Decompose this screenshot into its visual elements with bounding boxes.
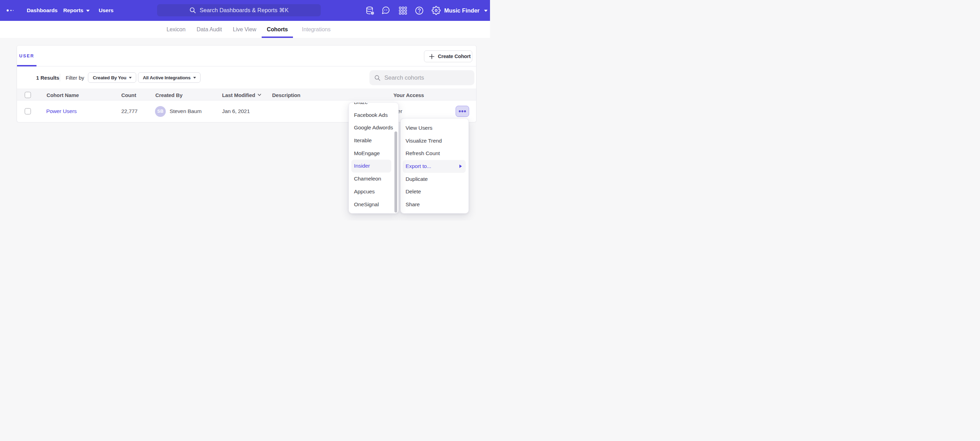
create-cohort-label: Create Cohort xyxy=(438,54,471,59)
cohort-name-link[interactable]: Power Users xyxy=(46,108,77,114)
ellipsis-icon xyxy=(458,110,466,113)
project-name: Music Finder xyxy=(444,7,480,14)
last-modified-value: Jan 6, 2021 xyxy=(222,108,250,114)
submenu-arrow-icon xyxy=(460,165,462,168)
column-header-description[interactable]: Description xyxy=(272,89,300,101)
select-all-checkbox[interactable] xyxy=(25,92,31,98)
mixpanel-logo-icon[interactable] xyxy=(5,8,15,13)
avatar: SB xyxy=(155,106,166,117)
tab-live-view-label: Live View xyxy=(233,26,256,33)
menu-item-onesignal[interactable]: OneSignal xyxy=(349,198,398,211)
created-by-cell: SB Steven Baum xyxy=(155,101,202,122)
last-modified-cell: Jan 6, 2021 xyxy=(222,101,250,122)
cohort-type-tabs: USER Create Cohort xyxy=(17,46,476,66)
tab-data-audit[interactable]: Data Audit xyxy=(191,21,228,38)
menu-item-delete[interactable]: Delete xyxy=(401,185,468,198)
select-all-checkbox-cell xyxy=(25,89,31,101)
data-management-subnav: Lexicon Data Audit Live View Cohorts Int… xyxy=(0,21,490,38)
nav-dashboards[interactable]: Dashboards xyxy=(27,0,58,21)
tab-data-audit-label: Data Audit xyxy=(197,26,222,33)
filter-by-label: Filter by xyxy=(66,66,84,89)
divider xyxy=(60,74,60,81)
sort-chevron-icon xyxy=(258,94,261,96)
tab-cohorts[interactable]: Cohorts xyxy=(262,21,293,38)
menu-item-export-to[interactable]: Export to... xyxy=(403,160,466,173)
tab-integrations[interactable]: Integrations xyxy=(293,21,339,38)
menu-item-braze[interactable]: Braze xyxy=(349,102,398,109)
export-targets-menu: Braze Facebook Ads Google Adwords Iterab… xyxy=(348,102,399,214)
integrations-filter-label: All Active Integrations xyxy=(143,75,191,80)
search-cohorts-input[interactable]: Search cohorts xyxy=(369,70,474,85)
tab-lexicon[interactable]: Lexicon xyxy=(161,21,191,38)
column-header-your-access[interactable]: Your Access xyxy=(393,89,424,101)
column-header-cohort-name[interactable]: Cohort Name xyxy=(46,89,79,101)
tab-lexicon-label: Lexicon xyxy=(167,26,185,33)
created-by-filter-dropdown[interactable]: Created By You xyxy=(88,72,136,83)
cohort-count-value: 22,777 xyxy=(121,108,138,114)
results-count: 1 Results xyxy=(36,66,59,89)
menu-item-insider[interactable]: Insider xyxy=(352,160,391,173)
feedback-icon[interactable] xyxy=(381,0,391,21)
subnav-tabs: Lexicon Data Audit Live View Cohorts Int… xyxy=(161,21,339,38)
chevron-down-icon xyxy=(129,77,132,78)
column-header-last-modified[interactable]: Last Modified xyxy=(222,89,261,101)
nav-dashboards-label: Dashboards xyxy=(27,7,58,14)
top-navigation-bar: Dashboards Reports Users Search Dashboar… xyxy=(0,0,490,21)
menu-item-share[interactable]: Share xyxy=(401,198,468,211)
search-icon xyxy=(374,75,380,81)
plus-icon xyxy=(429,54,434,59)
row-checkbox-cell xyxy=(25,101,31,122)
cohorts-card: USER Create Cohort 1 Results Filter by C… xyxy=(17,45,476,122)
search-icon xyxy=(189,7,196,14)
row-actions-button[interactable] xyxy=(456,106,469,117)
row-actions-menu: View Users Visualize Trend Refresh Count… xyxy=(400,118,469,214)
chevron-down-icon xyxy=(86,10,90,12)
create-cohort-button[interactable]: Create Cohort xyxy=(424,50,472,62)
table-header: Cohort Name Count Created By Last Modifi… xyxy=(17,89,476,101)
search-cohorts-placeholder: Search cohorts xyxy=(384,74,424,81)
tab-user-cohorts[interactable]: USER xyxy=(17,46,37,66)
menu-item-google-adwords[interactable]: Google Adwords xyxy=(349,121,398,134)
row-checkbox[interactable] xyxy=(25,108,31,114)
cohort-count-cell: 22,777 xyxy=(121,101,138,122)
created-by-filter-label: Created By You xyxy=(93,75,126,80)
nav-reports-label: Reports xyxy=(63,7,83,14)
menu-item-refresh-count[interactable]: Refresh Count xyxy=(401,147,468,160)
filter-toolbar: 1 Results Filter by Created By You All A… xyxy=(17,66,476,89)
menu-item-appcues[interactable]: Appcues xyxy=(349,185,398,198)
created-by-name: Steven Baum xyxy=(170,108,202,114)
global-search-input[interactable]: Search Dashboards & Reports ⌘K xyxy=(157,4,321,16)
nav-reports[interactable]: Reports xyxy=(63,0,90,21)
menu-item-moengage[interactable]: MoEngage xyxy=(349,147,398,160)
tab-user-label: USER xyxy=(19,54,34,58)
cohorts-page: Dashboards Reports Users Search Dashboar… xyxy=(0,0,490,220)
help-icon[interactable] xyxy=(415,0,424,21)
menu-item-chameleon[interactable]: Chameleon xyxy=(349,173,398,185)
menu-item-iterable[interactable]: Iterable xyxy=(349,134,398,147)
menu-item-view-users[interactable]: View Users xyxy=(401,122,468,134)
export-targets-list: Braze Facebook Ads Google Adwords Iterab… xyxy=(349,102,398,211)
nav-users[interactable]: Users xyxy=(99,0,114,21)
nav-users-label: Users xyxy=(99,7,114,14)
menu-scrollbar[interactable] xyxy=(395,131,397,213)
apps-grid-icon[interactable] xyxy=(398,0,407,21)
data-settings-icon[interactable] xyxy=(365,0,375,21)
settings-icon[interactable] xyxy=(431,0,441,21)
cohort-name-cell: Power Users xyxy=(46,101,77,122)
tab-cohorts-label: Cohorts xyxy=(267,26,288,33)
project-switcher[interactable]: Music Finder xyxy=(444,0,488,21)
chevron-down-icon xyxy=(193,77,196,78)
column-header-created-by[interactable]: Created By xyxy=(155,89,183,101)
tab-integrations-label: Integrations xyxy=(302,26,331,33)
chevron-down-icon xyxy=(484,10,488,12)
tab-live-view[interactable]: Live View xyxy=(228,21,262,38)
menu-item-visualize-trend[interactable]: Visualize Trend xyxy=(401,134,468,147)
menu-item-facebook-ads[interactable]: Facebook Ads xyxy=(349,109,398,122)
active-tab-underline xyxy=(262,37,293,38)
menu-item-duplicate[interactable]: Duplicate xyxy=(401,173,468,186)
integrations-filter-dropdown[interactable]: All Active Integrations xyxy=(138,72,200,83)
global-search-placeholder: Search Dashboards & Reports ⌘K xyxy=(200,7,289,14)
column-header-count[interactable]: Count xyxy=(121,89,136,101)
